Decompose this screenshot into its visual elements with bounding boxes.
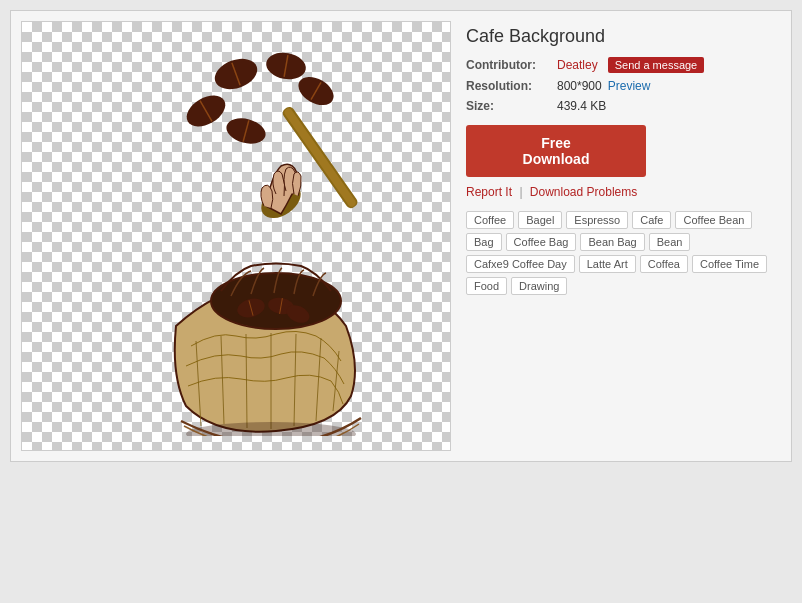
tag[interactable]: Coffee Time (692, 255, 767, 273)
tag[interactable]: Coffea (640, 255, 688, 273)
download-problems-link[interactable]: Download Problems (530, 185, 637, 199)
image-title: Cafe Background (466, 26, 781, 47)
meta-table: Contributor: Deatley Send a message Reso… (466, 57, 781, 113)
tag[interactable]: Cafxe9 Coffee Day (466, 255, 575, 273)
tag[interactable]: Bean Bag (580, 233, 644, 251)
contributor-row: Contributor: Deatley Send a message (466, 57, 781, 73)
image-panel: Cafe Background Contributor: Deatley Sen… (21, 21, 781, 451)
tag[interactable]: Bagel (518, 211, 562, 229)
tag[interactable]: Drawing (511, 277, 567, 295)
page-wrapper: Cafe Background Contributor: Deatley Sen… (0, 0, 802, 472)
resolution-value: 800*900 (557, 79, 602, 93)
tag[interactable]: Bag (466, 233, 502, 251)
tag[interactable]: Coffee Bean (675, 211, 752, 229)
report-links: Report It | Download Problems (466, 185, 781, 199)
size-value: 439.4 KB (557, 99, 606, 113)
tag[interactable]: Coffee Bag (506, 233, 577, 251)
separator: | (519, 185, 522, 199)
report-link[interactable]: Report It (466, 185, 512, 199)
tag[interactable]: Coffee (466, 211, 514, 229)
image-container (21, 21, 451, 451)
resolution-row: Resolution: 800*900 Preview (466, 79, 781, 93)
size-row: Size: 439.4 KB (466, 99, 781, 113)
tag[interactable]: Latte Art (579, 255, 636, 273)
tags-section: CoffeeBagelEspressoCafeCoffee BeanBagCof… (466, 211, 781, 295)
size-label: Size: (466, 99, 551, 113)
tag[interactable]: Cafe (632, 211, 671, 229)
contributor-label: Contributor: (466, 58, 551, 72)
contributor-link[interactable]: Deatley (557, 58, 598, 72)
preview-link[interactable]: Preview (608, 79, 651, 93)
download-button[interactable]: Free Download (466, 125, 646, 177)
main-content: Cafe Background Contributor: Deatley Sen… (10, 10, 792, 462)
send-message-button[interactable]: Send a message (608, 57, 705, 73)
image-info-panel: Cafe Background Contributor: Deatley Sen… (466, 21, 781, 295)
tag[interactable]: Food (466, 277, 507, 295)
tag[interactable]: Espresso (566, 211, 628, 229)
coffee-illustration (76, 36, 396, 436)
resolution-label: Resolution: (466, 79, 551, 93)
tag[interactable]: Bean (649, 233, 691, 251)
